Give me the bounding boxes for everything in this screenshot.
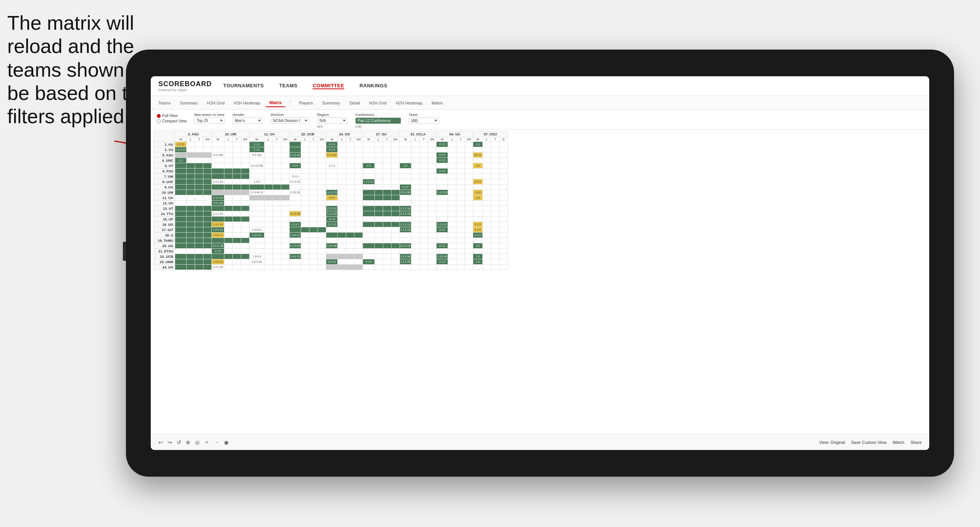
matrix-cell (203, 243, 212, 249)
nav-committee[interactable]: COMMITTEE (313, 83, 344, 89)
matrix-cell (232, 249, 241, 254)
matrix-cell: 0 1 0 (326, 147, 338, 153)
matrix-cell (355, 195, 363, 201)
add-icon[interactable]: ⊕ (186, 439, 190, 445)
matrix-cell (363, 211, 374, 217)
matrix-cell (301, 201, 309, 206)
full-view-radio[interactable]: Full View (157, 114, 187, 118)
nav-teams[interactable]: TEAMS (279, 83, 297, 89)
view-radio-group: Full View Compact View (157, 114, 187, 123)
matrix-cell: 2 2 0 12 (326, 206, 338, 211)
matrix-cell: 1 0 0 11 (212, 227, 224, 233)
matrix-cell (499, 254, 508, 259)
matrix-cell (391, 169, 400, 174)
sub-nav-players-matrix[interactable]: Matrix (428, 99, 447, 107)
matrix-cell (400, 179, 411, 185)
save-custom-btn[interactable]: Save Custom View (851, 440, 887, 445)
table-row: 8. UAF0 1 0 141 2 00 1 0 151 1 0 110 1 0 (154, 179, 508, 185)
matrix-cell (281, 233, 289, 238)
matrix-cell (338, 238, 346, 243)
matrix-cell: 1 1 1 0 (326, 222, 338, 227)
sub-nav-players-summary[interactable]: Summary (318, 99, 344, 107)
matrix-cell: 0 4 0 80 (212, 153, 224, 158)
matrix-cell (437, 233, 448, 238)
matrix-cell (232, 243, 241, 249)
matrix-cell: 1 0 (473, 163, 482, 169)
matrix-cell (203, 206, 212, 211)
matrix-cell (249, 243, 264, 249)
plus-icon[interactable]: ＋ (204, 439, 210, 446)
watch-btn[interactable]: Watch (893, 440, 904, 445)
matrix-cell (224, 169, 232, 174)
matrix-cell (411, 206, 420, 211)
share-btn[interactable]: Share (911, 440, 922, 445)
matrix-cell (437, 206, 448, 211)
circle-icon[interactable]: ◉ (224, 439, 229, 445)
sub-nav-h2h-heatmap[interactable]: H2H Heatmap (230, 99, 264, 107)
target-icon[interactable]: ◎ (195, 439, 200, 445)
matrix-cell (203, 142, 212, 147)
matrix-cell (289, 217, 301, 222)
matrix-cell: 0 2 0 52 (326, 153, 338, 158)
matrix-cell (355, 233, 363, 238)
matrix-cell (499, 201, 508, 206)
compact-view-radio[interactable]: Compact View (157, 119, 187, 123)
refresh-icon[interactable]: ↺ (177, 439, 181, 445)
matrix-cell (456, 169, 465, 174)
matrix-corner (154, 132, 175, 142)
matrix-cell: 1 0 (473, 254, 482, 259)
sub-nav-players[interactable]: Players (295, 99, 317, 107)
matrix-cell (465, 249, 473, 254)
matrix-cell (212, 158, 224, 163)
sub-nav-players-detail[interactable]: Detail (345, 99, 364, 107)
sub-nav-matrix[interactable]: Matrix (266, 99, 285, 107)
matrix-cell (289, 201, 301, 206)
table-row: 24. UO0 2 0 29 (154, 265, 508, 270)
max-teams-select[interactable]: Top 25 Top 10 Top 50 (194, 117, 225, 124)
undo-icon[interactable]: ↩ (158, 439, 163, 445)
matrix-cell (363, 142, 374, 147)
sub-nav-teams[interactable]: Teams (155, 99, 174, 107)
team-select[interactable]: (All) (409, 117, 439, 124)
nav-rankings[interactable]: RANKINGS (359, 83, 387, 89)
matrix-cell (175, 259, 187, 265)
matrix-cell: 2 3 0 44 (437, 254, 448, 259)
matrix-cell (232, 259, 241, 265)
matrix-cell: 0 0 1 0 (326, 259, 338, 265)
matrix-cell (338, 195, 346, 201)
matrix-cell (428, 227, 437, 233)
sub-nav-summary[interactable]: Summary (176, 99, 201, 107)
matrix-cell (187, 174, 195, 179)
conference-select[interactable]: Pac-12 Conference (All) Big Ten (355, 117, 401, 124)
matrix-cell (491, 153, 499, 158)
redo-icon[interactable]: ↪ (168, 439, 172, 445)
matrix-cell (318, 249, 326, 254)
matrix-cell (272, 179, 281, 185)
division-select[interactable]: NCAA Division I NCAA Division II NCAA Di… (271, 117, 309, 124)
matrix-cell (346, 158, 355, 163)
matrix-cell (456, 265, 465, 270)
matrix-cell (482, 201, 491, 206)
matrix-cell (346, 179, 355, 185)
row-header: 6. FSU (154, 169, 175, 174)
gender-select[interactable]: Men's Women's (232, 117, 263, 124)
matrix-cell (203, 227, 212, 233)
matrix-cell (355, 153, 363, 158)
sub-nav-players-h2h-grid[interactable]: H2H Grid (365, 99, 390, 107)
matrix-cell (241, 243, 249, 249)
matrix-cell (318, 174, 326, 179)
matrix-cell (448, 249, 456, 254)
matrix-cell (437, 201, 448, 206)
region-select[interactable]: N/A East West (317, 117, 348, 124)
view-original-btn[interactable]: View: Original (819, 440, 845, 445)
matrix-cell (272, 217, 281, 222)
matrix-cell (272, 158, 281, 163)
matrix-cell (309, 254, 318, 259)
sub-nav-players-h2h-heatmap[interactable]: H2H Heatmap (392, 99, 426, 107)
matrix-cell (272, 222, 281, 227)
table-row: 15. UF0 1 0 (154, 217, 508, 222)
minus-icon[interactable]: － (214, 439, 219, 446)
sub-nav-h2h-grid[interactable]: H2H Grid (203, 99, 228, 107)
nav-tournaments[interactable]: TOURNAMENTS (223, 83, 264, 89)
matrix-cell (264, 249, 272, 254)
